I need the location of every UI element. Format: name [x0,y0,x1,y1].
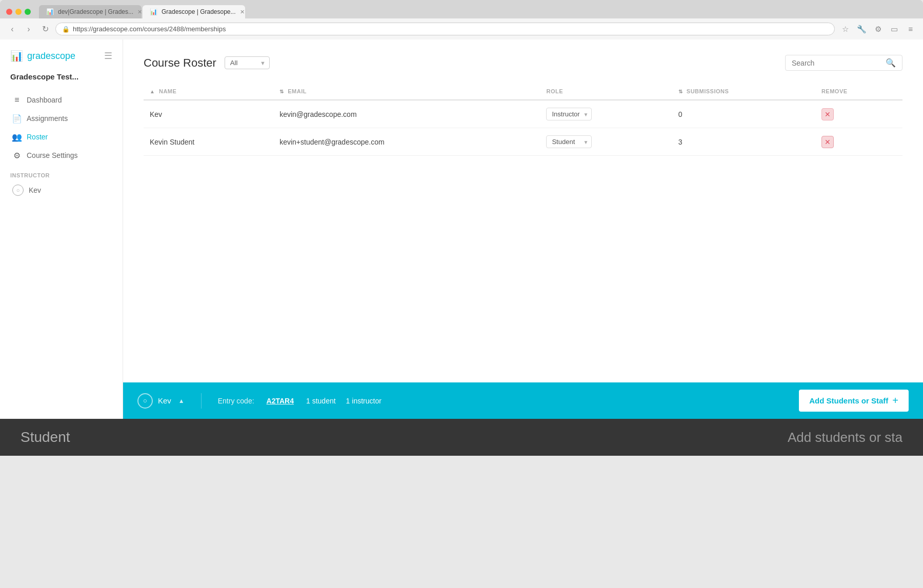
page-header: Course Roster All Students Staff ▼ [144,55,902,71]
browser-tabs: 📊 dev|Gradescope | Grades... ✕ 📊 Gradesc… [39,5,917,18]
bottom-username: Kev [158,396,171,405]
url-text: https://gradescope.com/courses/2488/memb… [73,25,226,33]
sidebar-item-assignments[interactable]: 📄 Assignments [6,110,116,127]
course-name: Gradescope Test... [0,72,123,91]
sort-up-icon: ▲ [150,89,155,94]
browser-nav-icons: ☆ 🔧 ⚙ ▭ ≡ [839,23,917,35]
table-body: Kev kevin@gradescope.com Instructor Stud… [144,100,902,156]
below-fold-preview: Student Add students or sta [0,419,923,456]
page-title: Course Roster [144,56,216,70]
bottom-avatar-icon: ○ [137,393,153,409]
table-header: ▲ NAME ⇅ EMAIL ROLE ⇅ [144,83,902,100]
column-header-submissions[interactable]: ⇅ SUBMISSIONS [672,83,815,100]
cell-name: Kevin Student [144,128,273,156]
gradescope-logo-icon: 📊 [10,50,23,62]
column-header-name[interactable]: ▲ NAME [144,83,273,100]
ssl-lock-icon: 🔒 [62,26,70,33]
column-header-remove: REMOVE [815,83,902,100]
below-fold-left-text: Student [21,429,70,445]
add-students-label: Add Students or Staff [809,396,888,405]
instructor-count: 1 instructor [346,397,382,405]
settings-icon[interactable]: ⚙ [872,23,884,35]
refresh-button[interactable]: ↻ [39,23,51,35]
cell-submissions: 3 [672,128,815,156]
page-title-area: Course Roster All Students Staff ▼ [144,56,270,70]
sidebar-item-dashboard[interactable]: ≡ Dashboard [6,91,116,109]
browser-tab-inactive[interactable]: 📊 dev|Gradescope | Grades... ✕ [39,5,142,18]
sidebar-item-course-settings[interactable]: ⚙ Course Settings [6,147,116,164]
roster-icon: 👥 [12,132,22,141]
close-window-button[interactable] [6,9,12,15]
assignments-icon: 📄 [12,114,22,123]
role-select-wrapper: Student Instructor TA ▼ [546,135,592,148]
logo-container: 📊 gradescope [10,50,75,62]
instructor-name: Kev [29,186,41,194]
course-settings-icon: ⚙ [12,151,22,160]
address-bar[interactable]: 🔒 https://gradescope.com/courses/2488/me… [55,23,835,35]
traffic-lights [6,9,31,15]
role-select[interactable]: Student Instructor TA [546,135,592,148]
sort-submissions-icon: ⇅ [678,89,683,94]
instructor-section-label: INSTRUCTOR [0,164,123,181]
nav-items: ≡ Dashboard 📄 Assignments 👥 Roster ⚙ Cou… [0,91,123,164]
cell-role: Student Instructor TA ▼ [540,128,672,156]
cell-role: Instructor Student TA ▼ [540,100,672,128]
sidebar-item-label: Course Settings [27,151,78,159]
bottom-chevron-icon: ▲ [178,397,185,404]
maximize-window-button[interactable] [25,9,31,15]
student-count: 1 student [306,397,336,405]
instructor-avatar-icon: ○ [12,185,24,196]
sidebar-item-roster[interactable]: 👥 Roster [6,128,116,146]
below-fold-right-text: Add students or sta [788,430,902,445]
tab-close-active-button[interactable]: ✕ [240,9,245,15]
entry-code-value[interactable]: A2TAR4 [267,397,294,405]
bottom-user-info: ○ Kev ▲ [137,393,185,409]
browser-titlebar: 📊 dev|Gradescope | Grades... ✕ 📊 Gradesc… [0,0,923,18]
bottom-stats: 1 student 1 instructor [306,397,382,405]
search-container: 🔍 [785,55,902,71]
forward-button[interactable]: › [23,23,35,35]
minimize-window-button[interactable] [15,9,22,15]
add-icon: + [892,395,898,407]
column-header-role: ROLE [540,83,672,100]
main-content: Course Roster All Students Staff ▼ [123,39,923,382]
search-icon[interactable]: 🔍 [886,58,896,68]
menu-icon[interactable]: ≡ [905,23,917,35]
remove-button[interactable]: ✕ [821,136,834,148]
filter-wrapper: All Students Staff ▼ [225,56,270,69]
cell-email: kevin+student@gradescope.com [273,128,540,156]
cell-name: Kev [144,100,273,128]
tab-close-button[interactable]: ✕ [137,9,142,15]
search-input[interactable] [792,59,881,67]
instructor-item: ○ Kev [0,181,123,199]
table-row: Kev kevin@gradescope.com Instructor Stud… [144,100,902,128]
sidebar-item-label: Dashboard [27,96,62,104]
tab-icon: 📊 [46,8,54,15]
cell-remove: ✕ [815,100,902,128]
role-select-wrapper: Instructor Student TA ▼ [546,108,592,120]
screen-icon[interactable]: ▭ [888,23,900,35]
app-container: 📊 gradescope ☰ Gradescope Test... ≡ Dash… [0,39,923,419]
sidebar-item-label: Assignments [27,114,68,123]
table-header-row: ▲ NAME ⇅ EMAIL ROLE ⇅ [144,83,902,100]
extensions-icon[interactable]: 🔧 [855,23,868,35]
remove-button[interactable]: ✕ [821,108,834,120]
column-header-email[interactable]: ⇅ EMAIL [273,83,540,100]
browser-nav-bar: ‹ › ↻ 🔒 https://gradescope.com/courses/2… [0,18,923,39]
cell-remove: ✕ [815,128,902,156]
roster-table: ▲ NAME ⇅ EMAIL ROLE ⇅ [144,83,902,156]
tab-icon: 📊 [150,8,157,15]
back-button[interactable]: ‹ [6,23,18,35]
role-select[interactable]: Instructor Student TA [546,108,592,120]
dashboard-icon: ≡ [12,95,22,105]
bookmark-icon[interactable]: ☆ [839,23,851,35]
add-students-button[interactable]: Add Students or Staff + [799,390,909,412]
filter-select[interactable]: All Students Staff [225,56,270,69]
sidebar-toggle-button[interactable]: ☰ [104,50,112,62]
browser-tab-active[interactable]: 📊 Gradescope | Gradesope... ✕ [143,5,245,18]
cell-email: kevin@gradescope.com [273,100,540,128]
sidebar: 📊 gradescope ☰ Gradescope Test... ≡ Dash… [0,39,123,419]
gradescope-logo-text: gradescope [27,51,75,62]
browser-window: 📊 dev|Gradescope | Grades... ✕ 📊 Gradesc… [0,0,923,456]
cell-submissions: 0 [672,100,815,128]
